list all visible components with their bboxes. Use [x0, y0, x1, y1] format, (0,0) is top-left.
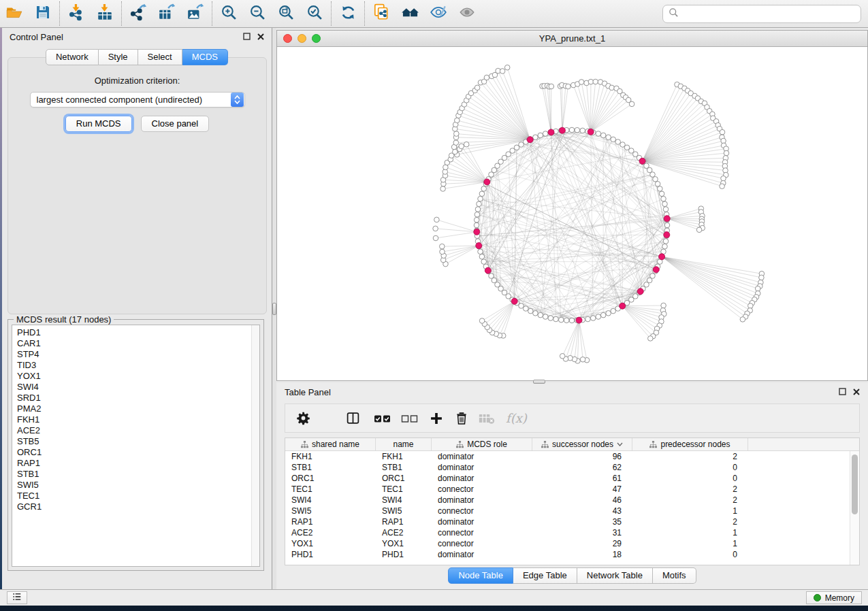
- cell-name[interactable]: SWI5: [376, 506, 432, 516]
- minimize-window-button[interactable]: [298, 34, 306, 43]
- cell-mcds-role[interactable]: connector: [432, 538, 532, 549]
- column-header-shared-name[interactable]: shared name: [285, 438, 376, 450]
- column-header-mcds-role[interactable]: MCDS role: [432, 438, 532, 450]
- tab-motifs[interactable]: Motifs: [653, 567, 696, 584]
- export-image-button[interactable]: [181, 1, 210, 26]
- cell-mcds-role[interactable]: dominator: [432, 516, 532, 527]
- show-panel-menu-button[interactable]: [7, 591, 27, 604]
- cell-predecessor-nodes[interactable]: 2: [632, 495, 748, 506]
- cell-successor-nodes[interactable]: 29: [532, 538, 632, 549]
- float-panel-button[interactable]: [839, 387, 846, 397]
- maximize-window-button[interactable]: [312, 34, 321, 43]
- export-table-button[interactable]: [152, 1, 181, 26]
- cell-mcds-role[interactable]: dominator: [432, 473, 532, 484]
- mcds-result-item[interactable]: CAR1: [17, 338, 259, 349]
- zoom-out-button[interactable]: [243, 1, 272, 26]
- mcds-result-item[interactable]: PMA2: [17, 403, 259, 414]
- add-column-icon[interactable]: [430, 412, 443, 425]
- import-network-button[interactable]: [62, 1, 91, 26]
- cell-name[interactable]: STB1: [376, 462, 432, 473]
- cell-successor-nodes[interactable]: 31: [532, 527, 632, 538]
- cell-name[interactable]: PHD1: [376, 549, 432, 560]
- select-all-icon[interactable]: [374, 413, 391, 424]
- tab-node-table[interactable]: Node Table: [448, 567, 513, 584]
- mcds-result-item[interactable]: STP4: [17, 349, 259, 360]
- mcds-result-item[interactable]: TID3: [17, 360, 259, 371]
- mcds-result-item[interactable]: RAP1: [17, 458, 259, 469]
- cell-predecessor-nodes[interactable]: 1: [632, 538, 748, 549]
- open-session-button[interactable]: [0, 1, 29, 26]
- cell-shared-name[interactable]: SWI4: [285, 495, 376, 506]
- table-row[interactable]: SWI4SWI4dominator462: [285, 495, 859, 506]
- column-header-predecessor-nodes[interactable]: predecessor nodes: [632, 438, 748, 450]
- cell-name[interactable]: ACE2: [376, 527, 432, 538]
- cell-mcds-role[interactable]: dominator: [432, 549, 532, 560]
- cell-successor-nodes[interactable]: 61: [532, 473, 632, 484]
- table-row[interactable]: FKH1FKH1dominator962: [285, 451, 859, 462]
- table-row[interactable]: YOX1YOX1connector291: [285, 538, 859, 549]
- cell-shared-name[interactable]: STB1: [285, 462, 376, 473]
- zoom-fit-button[interactable]: [272, 1, 300, 26]
- cell-successor-nodes[interactable]: 43: [532, 506, 632, 516]
- close-window-button[interactable]: [283, 34, 292, 43]
- column-header-successor-nodes[interactable]: successor nodes: [532, 438, 632, 450]
- search-field[interactable]: [662, 5, 861, 23]
- mcds-result-item[interactable]: SWI4: [17, 382, 259, 393]
- mcds-result-item[interactable]: TEC1: [17, 491, 259, 501]
- close-mcds-panel-button[interactable]: Close panel: [141, 116, 210, 132]
- memory-button[interactable]: Memory: [806, 591, 862, 604]
- run-mcds-button[interactable]: Run MCDS: [65, 116, 132, 132]
- search-input[interactable]: [683, 9, 855, 19]
- tab-select[interactable]: Select: [138, 49, 182, 65]
- splitter-handle[interactable]: [533, 380, 545, 384]
- cell-mcds-role[interactable]: connector: [432, 484, 532, 495]
- cell-mcds-role[interactable]: connector: [432, 506, 532, 516]
- cell-predecessor-nodes[interactable]: 1: [632, 527, 748, 538]
- table-row[interactable]: PHD1PHD1dominator180: [285, 549, 859, 560]
- refresh-button[interactable]: [334, 1, 362, 26]
- cell-name[interactable]: ORC1: [376, 473, 432, 484]
- cell-mcds-role[interactable]: dominator: [432, 495, 532, 506]
- zoom-in-button[interactable]: [214, 1, 243, 26]
- mcds-result-item[interactable]: PHD1: [17, 327, 259, 338]
- cell-predecessor-nodes[interactable]: 2: [632, 451, 748, 462]
- delete-table-icon[interactable]: [479, 412, 495, 425]
- close-panel-button[interactable]: [257, 32, 264, 42]
- cell-shared-name[interactable]: YOX1: [285, 538, 376, 549]
- table-scrollbar-thumb[interactable]: [852, 455, 858, 514]
- table-row[interactable]: ORC1ORC1dominator610: [285, 473, 859, 484]
- cell-predecessor-nodes[interactable]: 0: [632, 462, 748, 473]
- cell-name[interactable]: FKH1: [376, 451, 432, 462]
- network-graph[interactable]: [277, 47, 867, 380]
- delete-column-icon[interactable]: [455, 412, 468, 425]
- mcds-result-item[interactable]: FKH1: [17, 414, 259, 425]
- float-panel-button[interactable]: [243, 32, 251, 42]
- cell-successor-nodes[interactable]: 35: [532, 516, 632, 527]
- column-header-name[interactable]: name: [376, 438, 432, 450]
- tab-edge-table[interactable]: Edge Table: [513, 567, 577, 584]
- column-visibility-icon[interactable]: [346, 411, 360, 425]
- mcds-result-item[interactable]: SRD1: [17, 393, 259, 403]
- mcds-list-scrollbar[interactable]: [251, 325, 259, 566]
- cell-name[interactable]: TEC1: [376, 484, 432, 495]
- tab-network[interactable]: Network: [46, 49, 99, 65]
- cell-predecessor-nodes[interactable]: 2: [632, 484, 748, 495]
- close-panel-button[interactable]: [853, 387, 860, 397]
- cell-shared-name[interactable]: ORC1: [285, 473, 376, 484]
- cell-shared-name[interactable]: SWI5: [285, 506, 376, 516]
- criterion-dropdown[interactable]: largest connected component (undirected): [30, 92, 245, 108]
- home-button[interactable]: [396, 1, 424, 26]
- cell-successor-nodes[interactable]: 96: [532, 451, 632, 462]
- show-panels-button[interactable]: [453, 1, 481, 26]
- cell-predecessor-nodes[interactable]: 0: [632, 549, 748, 560]
- cell-successor-nodes[interactable]: 46: [532, 495, 632, 506]
- cell-shared-name[interactable]: TEC1: [285, 484, 376, 495]
- cell-name[interactable]: RAP1: [376, 516, 432, 527]
- zoom-selected-button[interactable]: [300, 1, 329, 26]
- cell-mcds-role[interactable]: connector: [432, 527, 532, 538]
- mcds-result-item[interactable]: SWI5: [17, 480, 259, 491]
- clone-network-button[interactable]: [367, 1, 396, 26]
- cell-name[interactable]: YOX1: [376, 538, 432, 549]
- cell-mcds-role[interactable]: dominator: [432, 462, 532, 473]
- import-table-button[interactable]: [91, 1, 119, 26]
